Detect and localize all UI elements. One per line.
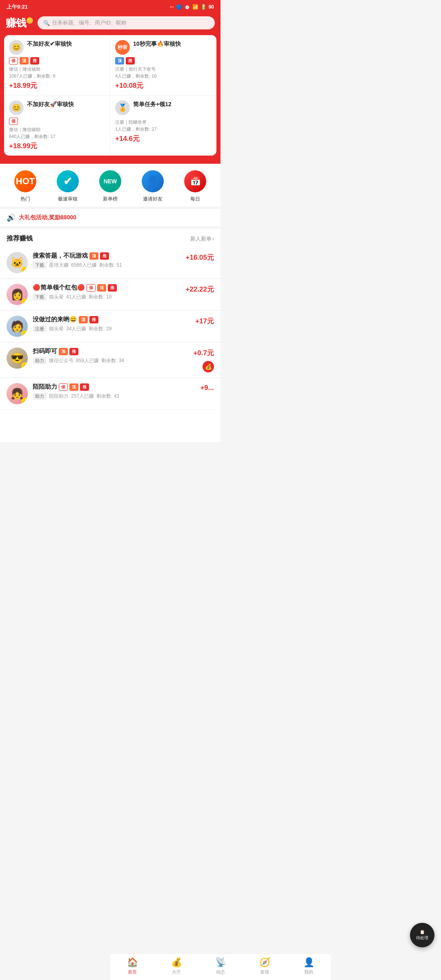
featured-title-4: 简单任务+领12 [133, 100, 172, 109]
task-right-5: +9... [181, 383, 214, 392]
category-new[interactable]: NEW 新单榜 [99, 170, 121, 203]
task-badge-tui-1: 推 [100, 252, 109, 260]
category-hot[interactable]: HOT 热门 [14, 170, 36, 203]
task-meta-5: 助力 陌陌助力 257人已赚 剩余数: 43 [33, 393, 176, 400]
status-icons: ··· 🔵 ⏰ 📶 🔋 90 [170, 4, 214, 10]
categories-row: HOT 热门 ✔ 极速审核 NEW 新单榜 👤 邀请好友 📅 每日 [4, 170, 216, 203]
task-right-1: +16.05元 [181, 252, 214, 262]
task-item-4[interactable]: 😎 👑 扫码即可 顶 推 助力 微信公众号 859人已赚 剩余数: 34 +0.… [0, 343, 220, 378]
section-header: 推荐赚钱 新人新单 › [0, 229, 220, 247]
task-type-4: 助力 [33, 357, 47, 364]
task-item-1[interactable]: 🐱 👑 搜索答题，不玩游戏 顶 推 下载 星球大赚 6586人已赚 剩余数: 5… [0, 247, 220, 278]
featured-sub-4: 注册｜陀螺世界 [115, 119, 212, 125]
featured-badges-3: 保 [9, 118, 105, 125]
featured-title-3: 不加好友🚀审核快 [27, 100, 74, 109]
task-badge-bao-5: 保 [59, 383, 68, 391]
badge-tui: 推 [30, 57, 39, 65]
invite-icon: 👤 [142, 170, 164, 192]
task-type-5: 助力 [33, 393, 47, 400]
category-invite[interactable]: 👤 邀请好友 [142, 170, 164, 203]
task-right-2: +22.22元 [181, 284, 214, 294]
task-item-2[interactable]: 👩 👑 🔴简单领个红包🔴 保 顶 推 下载 猫头晕 41人已赚 剩余数: 10 … [0, 279, 220, 310]
featured-sub-3: 微信｜微信辅助 [9, 127, 105, 133]
category-fast[interactable]: ✔ 极速审核 [57, 170, 79, 203]
featured-stats-3: 640人已赚，剩余数: 17 [9, 134, 105, 140]
task-stats-4: 859人已赚 [76, 357, 99, 364]
task-meta-4: 助力 微信公众号 859人已赚 剩余数: 34 [33, 357, 176, 364]
task-remaining-1: 剩余数: 51 [99, 262, 122, 269]
task-source-2: 猫头晕 [49, 294, 64, 301]
announce-text: 大礼包活动,奖励88000 [19, 214, 76, 221]
task-remaining-5: 剩余数: 43 [96, 393, 119, 400]
featured-section: 😊 不加好友✔审核快 保 顶 推 微信｜微信辅助 1067人已赚，剩余数: 8 … [0, 35, 220, 164]
task-badge-tui-4: 推 [69, 348, 78, 355]
hot-icon: HOT [14, 170, 36, 192]
crown-badge-2: 👑 [21, 298, 28, 305]
task-price-2: +22.22元 [186, 285, 214, 294]
crown-badge-4: 👑 [21, 362, 28, 369]
task-title-2: 🔴简单领个红包🔴 [33, 284, 85, 292]
crown-badge-1: 👑 [21, 267, 28, 273]
featured-card-3[interactable]: 😊 不加好友🚀审核快 保 微信｜微信辅助 640人已赚，剩余数: 17 +18.… [4, 96, 110, 156]
featured-grid: 😊 不加好友✔审核快 保 顶 推 微信｜微信辅助 1067人已赚，剩余数: 8 … [4, 35, 216, 156]
featured-card-1[interactable]: 😊 不加好友✔审核快 保 顶 推 微信｜微信辅助 1067人已赚，剩余数: 8 … [4, 35, 110, 96]
task-item-3[interactable]: 🧑 👑 没做过的来哟😄 顶 推 注册 猫头晕 34人已赚 剩余数: 29 +17… [0, 311, 220, 342]
task-badge-tui-3: 推 [89, 316, 98, 323]
task-badge-tui-2: 推 [108, 284, 117, 292]
task-title-5: 陌陌助力 [33, 383, 57, 391]
hot-label: 热门 [20, 196, 30, 203]
featured-avatar-4: 🏅 [115, 100, 130, 115]
announcement-bar[interactable]: 🔊 大礼包活动,奖励88000 [0, 209, 220, 226]
task-meta-1: 下载 星球大赚 6586人已赚 剩余数: 51 [33, 262, 176, 269]
task-avatar-3: 🧑 👑 [7, 316, 28, 337]
task-price-5: +9... [200, 384, 214, 392]
task-source-4: 微信公众号 [49, 357, 74, 364]
task-stats-1: 6586人已赚 [71, 262, 97, 269]
task-source-5: 陌陌助力 [49, 393, 69, 400]
featured-stats-4: 1人已赚，剩余数: 27 [115, 126, 212, 132]
task-item-5[interactable]: 👧 👑 陌陌助力 保 顶 推 助力 陌陌助力 257人已赚 剩余数: 43 +9… [0, 378, 220, 410]
featured-avatar-2: 秒审 [115, 40, 130, 55]
task-stats-2: 41人已赚 [66, 294, 86, 301]
new-user-link[interactable]: 新人新单 › [190, 235, 214, 243]
category-daily[interactable]: 📅 每日 [184, 170, 206, 203]
featured-title-2: 10秒完事🔥审核快 [133, 40, 181, 48]
task-type-2: 下载 [33, 294, 47, 301]
badge-top: 顶 [115, 57, 124, 65]
task-title-4: 扫码即可 [33, 347, 57, 355]
task-avatar-2: 👩 👑 [7, 284, 28, 305]
task-type-1: 下载 [33, 262, 47, 269]
fast-icon: ✔ [57, 170, 79, 192]
announce-icon: 🔊 [7, 213, 16, 222]
task-right-3: +17元 [181, 316, 214, 326]
task-badge-ding-4: 顶 [59, 348, 68, 355]
section-title: 推荐赚钱 [7, 234, 33, 243]
task-body-4: 扫码即可 顶 推 助力 微信公众号 859人已赚 剩余数: 34 [33, 347, 176, 364]
search-icon: 🔍 [43, 20, 50, 26]
task-badge-ding-2: 顶 [97, 284, 106, 292]
search-bar[interactable]: 🔍 任务标题、编号、用户ID、昵称 [38, 16, 215, 29]
task-remaining-2: 剩余数: 10 [89, 294, 111, 301]
task-right-4: +0.7元 💰 [181, 347, 214, 372]
categories-section: HOT 热门 ✔ 极速审核 NEW 新单榜 👤 邀请好友 📅 每日 [0, 164, 220, 207]
badge-ding: 顶 [20, 57, 29, 65]
app-logo: 赚钱🪙 [6, 18, 33, 28]
featured-badges-1: 保 顶 推 [9, 57, 105, 65]
task-meta-2: 下载 猫头晕 41人已赚 剩余数: 10 [33, 294, 176, 301]
status-time: 上午9:21 [7, 3, 28, 11]
task-type-3: 注册 [33, 325, 47, 332]
task-avatar-1: 🐱 👑 [7, 252, 28, 273]
task-stats-5: 257人已赚 [71, 393, 94, 400]
featured-badges-2: 顶 推 [115, 57, 212, 65]
task-badge-ding-1: 顶 [89, 252, 98, 260]
featured-price-2: +10.08元 [115, 81, 212, 90]
featured-card-2[interactable]: 秒审 10秒完事🔥审核快 顶 推 注册｜智行天下收号 4人已赚，剩余数: 10 … [110, 35, 216, 96]
task-meta-3: 注册 猫头晕 34人已赚 剩余数: 29 [33, 325, 176, 332]
featured-card-4[interactable]: 🏅 简单任务+领12 注册｜陀螺世界 1人已赚，剩余数: 27 +14.6元 [110, 96, 216, 156]
task-source-3: 猫头晕 [49, 325, 64, 332]
badge-tui-2: 推 [126, 57, 135, 65]
crown-badge-3: 👑 [21, 330, 28, 337]
featured-stats-1: 1067人已赚，剩余数: 8 [9, 73, 105, 79]
task-badge-tui-5: 推 [80, 383, 89, 391]
status-bar: 上午9:21 ··· 🔵 ⏰ 📶 🔋 90 [0, 0, 220, 13]
